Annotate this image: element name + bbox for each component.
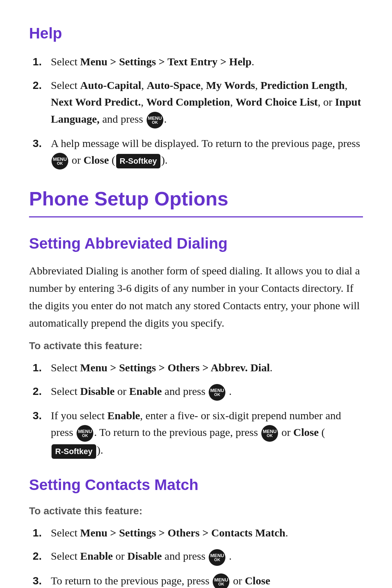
menu-ok-btn-help2: MENUOK	[147, 112, 163, 128]
phone-setup-title: Phone Setup Options	[29, 184, 363, 217]
help-step-1-text: Select Menu > Settings > Text Entry > He…	[51, 53, 363, 70]
help-section: Help 1. Select Menu > Settings > Text En…	[29, 22, 363, 170]
help-step-2: 2. Select Auto-Capital, Auto-Space, My W…	[29, 77, 363, 128]
contacts-step-1-bold: Menu > Settings > Others > Contacts Matc…	[80, 527, 285, 539]
abbrev-step-1-num: 1.	[33, 359, 51, 376]
contacts-step-1: 1. Select Menu > Settings > Others > Con…	[29, 524, 363, 542]
abbreviated-dialing-steps: 1. Select Menu > Settings > Others > Abb…	[29, 359, 363, 459]
help-step-2-bold4: Prediction Length	[261, 79, 345, 91]
help-step-2-num: 2.	[33, 77, 51, 128]
menu-ok-btn-abbrev2: MENUOK	[209, 384, 225, 401]
abbrev-step-2-text: Select Disable or Enable and press MENUO…	[51, 383, 363, 401]
help-step-2-bold2: Auto-Space	[147, 79, 200, 91]
help-step-2-bold5: Next Word Predict.	[51, 96, 141, 108]
abbrev-step-3-enable: Enable	[107, 409, 140, 421]
abbrev-step-3-text: If you select Enable, enter a five- or s…	[51, 407, 363, 459]
contacts-match-activate-label: To activate this feature:	[29, 503, 363, 519]
abbrev-step-1-text: Select Menu > Settings > Others > Abbrev…	[51, 359, 363, 376]
abbrev-step-2-disable: Disable	[80, 385, 115, 397]
menu-ok-btn-help3: MENUOK	[52, 153, 68, 170]
menu-ok-btn-contacts3: MENUOK	[213, 573, 229, 588]
help-title: Help	[29, 22, 363, 45]
help-step-2-bold6: Word Completion	[146, 96, 230, 108]
help-step-3: 3. A help message will be displayed. To …	[29, 135, 363, 170]
abbrev-step-3-num: 3.	[33, 407, 51, 459]
abbreviated-dialing-subsection: Setting Abbreviated Dialing Abbreviated …	[29, 232, 363, 459]
help-step-1-bold: Menu > Settings > Text Entry > Help	[80, 56, 252, 68]
help-step-3-close: Close	[83, 154, 109, 166]
abbrev-step-2-num: 2.	[33, 383, 51, 401]
contacts-step-3-num: 3.	[33, 572, 51, 588]
menu-ok-btn-contacts2: MENUOK	[209, 549, 225, 566]
abbreviated-dialing-activate-label: To activate this feature:	[29, 338, 363, 354]
abbreviated-dialing-body: Abbreviated Dialing is another form of s…	[29, 262, 363, 332]
contacts-match-steps: 1. Select Menu > Settings > Others > Con…	[29, 524, 363, 588]
abbrev-step-3-close: Close	[293, 426, 319, 438]
r-softkey-btn-help3: R-Softkey	[116, 154, 161, 168]
contacts-step-3-close: Close	[245, 575, 270, 587]
help-step-1-num: 1.	[33, 53, 51, 70]
contacts-step-2-text: Select Enable or Disable and press MENUO…	[51, 548, 363, 565]
contacts-match-subsection: Setting Contacts Match To activate this …	[29, 473, 363, 588]
contacts-step-3: 3. To return to the previous page, press…	[29, 572, 363, 588]
contacts-match-title: Setting Contacts Match	[29, 473, 363, 496]
help-step-1: 1. Select Menu > Settings > Text Entry >…	[29, 53, 363, 70]
abbreviated-dialing-title: Setting Abbreviated Dialing	[29, 232, 363, 255]
contacts-step-1-num: 1.	[33, 524, 51, 542]
menu-ok-btn-abbrev3a: MENUOK	[77, 425, 93, 442]
help-step-2-bold1: Auto-Capital	[80, 79, 141, 91]
contacts-step-3-text: To return to the previous page, press ME…	[51, 572, 363, 588]
help-step-3-num: 3.	[33, 135, 51, 170]
help-step-3-text: A help message will be displayed. To ret…	[51, 135, 363, 170]
contacts-step-2-disable: Disable	[127, 550, 162, 562]
abbrev-step-3: 3. If you select Enable, enter a five- o…	[29, 407, 363, 459]
abbrev-step-1: 1. Select Menu > Settings > Others > Abb…	[29, 359, 363, 376]
help-step-2-bold3: My Words	[206, 79, 255, 91]
contacts-step-2-num: 2.	[33, 548, 51, 565]
help-step-2-bold7: Word Choice List	[236, 96, 318, 108]
contacts-step-1-text: Select Menu > Settings > Others > Contac…	[51, 524, 363, 542]
contacts-step-2-enable: Enable	[80, 550, 113, 562]
r-softkey-btn-abbrev3: R-Softkey	[52, 444, 96, 459]
abbrev-step-1-bold: Menu > Settings > Others > Abbrev. Dial	[80, 362, 270, 373]
abbrev-step-2-enable: Enable	[129, 385, 162, 397]
help-steps-list: 1. Select Menu > Settings > Text Entry >…	[29, 53, 363, 170]
menu-ok-btn-abbrev3b: MENUOK	[261, 425, 278, 442]
phone-setup-section: Phone Setup Options Setting Abbreviated …	[29, 184, 363, 588]
help-step-2-text: Select Auto-Capital, Auto-Space, My Word…	[51, 77, 363, 128]
abbrev-step-2: 2. Select Disable or Enable and press ME…	[29, 383, 363, 401]
contacts-step-2: 2. Select Enable or Disable and press ME…	[29, 548, 363, 565]
